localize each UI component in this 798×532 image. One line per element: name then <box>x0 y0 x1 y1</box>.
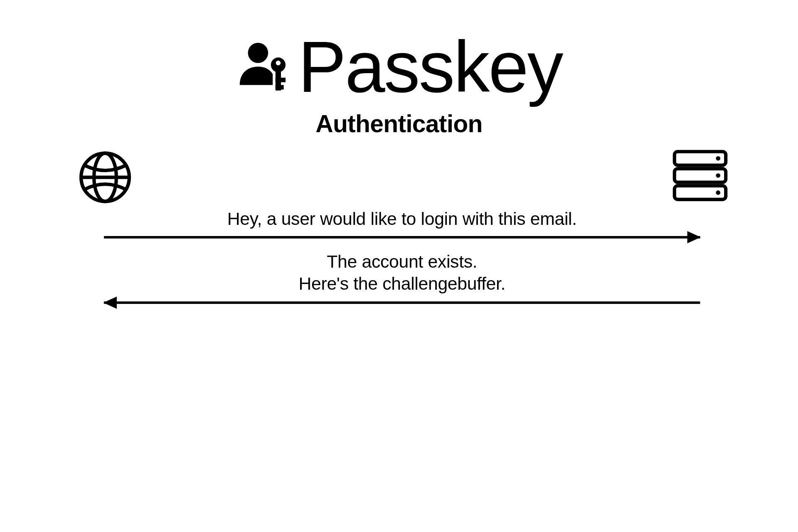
arrow-right-icon <box>104 236 700 239</box>
client-actor <box>78 150 133 204</box>
passkey-icon <box>236 37 294 96</box>
globe-icon <box>78 196 133 207</box>
svg-rect-4 <box>275 78 285 82</box>
title-row: Passkey <box>0 31 798 103</box>
message-2-text: The account exists. Here's the challenge… <box>104 251 700 295</box>
message-1: Hey, a user would like to login with thi… <box>104 208 700 239</box>
svg-point-13 <box>716 173 720 178</box>
svg-point-12 <box>716 156 720 161</box>
arrow-left-icon <box>104 301 700 304</box>
server-actor <box>672 150 727 204</box>
svg-point-2 <box>276 61 280 65</box>
server-icon <box>672 192 727 203</box>
page-subtitle: Authentication <box>0 110 798 138</box>
svg-rect-5 <box>275 85 283 89</box>
svg-point-0 <box>248 43 268 63</box>
diagram-stage: Passkey Authentication <box>0 0 798 532</box>
message-1-text: Hey, a user would like to login with thi… <box>104 208 700 230</box>
svg-point-14 <box>716 190 720 195</box>
page-title: Passkey <box>298 31 562 103</box>
message-2: The account exists. Here's the challenge… <box>104 251 700 303</box>
